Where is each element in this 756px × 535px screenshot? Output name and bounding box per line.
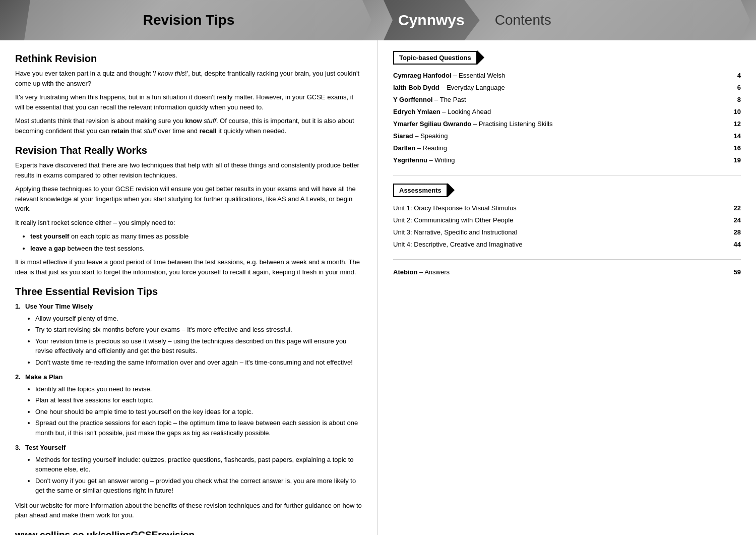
toc-page-2: 6 xyxy=(726,84,741,91)
works-after: It is most effective if you leave a good… xyxy=(15,257,362,277)
toc-title-1: Cymraeg Hanfodol – Essential Welsh xyxy=(393,72,726,79)
sub-bullet: Your revision time is precious so use it… xyxy=(35,336,362,356)
rethink-p3: Most students think that revision is abo… xyxy=(15,116,362,136)
sub-bullet: Plan at least five sessions for each top… xyxy=(35,395,362,405)
three-heading: Three Essential Revision Tips xyxy=(15,286,362,298)
website-text: Visit our website for more information a… xyxy=(15,501,362,520)
right-page: Cynnwys Contents Topic-based Questions C… xyxy=(378,0,756,535)
toc-page-a4: 44 xyxy=(726,241,741,248)
right-header-english-text: Contents xyxy=(480,12,551,28)
toc-row-1: Cymraeg Hanfodol – Essential Welsh 4 xyxy=(393,71,741,80)
toc-page-3: 8 xyxy=(726,96,741,103)
toc-page-a1: 22 xyxy=(726,204,741,212)
works-p1: Experts have discovered that there are t… xyxy=(15,160,362,180)
toc-title-5: Ymarfer Sgiliau Gwrando – Practising Lis… xyxy=(393,120,726,128)
toc-title-2: Iaith Bob Dydd – Everyday Language xyxy=(393,84,726,91)
toc-title-a2: Unit 2: Communicating with Other People xyxy=(393,216,726,224)
toc-page-8: 19 xyxy=(726,156,741,164)
toc-title-4: Edrych Ymlaen – Looking Ahead xyxy=(393,108,726,115)
toc-row-8: Ysgrifennu – Writing 19 xyxy=(393,155,741,165)
toc-title-8: Ysgrifennu – Writing xyxy=(393,156,726,164)
num-heading-3: Test Yourself xyxy=(25,443,362,453)
sub-bullet: Don't worry if you get an answer wrong –… xyxy=(35,476,362,496)
toc-row-answers: Atebion – Answers 59 xyxy=(393,267,741,277)
toc-row-a3: Unit 3: Narrative, Specific and Instruct… xyxy=(393,227,741,237)
toc-title-7: Darllen – Reading xyxy=(393,144,726,152)
toc-title-6: Siarad – Speaking xyxy=(393,132,726,140)
toc-title-3: Y Gorffennol – The Past xyxy=(393,96,726,103)
right-footer: Cynnwys – Contents 3 xyxy=(378,532,756,535)
toc-row-7: Darllen – Reading 16 xyxy=(393,143,741,153)
toc-row-4: Edrych Ymlaen – Looking Ahead 10 xyxy=(393,107,741,116)
works-heading: Revision That Really Works xyxy=(15,145,362,156)
num-heading-1: Use Your Time Wisely xyxy=(25,302,362,312)
toc-page-7: 16 xyxy=(726,144,741,152)
toc-title-a1: Unit 1: Oracy Response to Visual Stimulu… xyxy=(393,204,726,212)
left-page: Revision Tips Rethink Revision Have you … xyxy=(0,0,378,535)
bullet-item: leave a gap between the test sessions. xyxy=(30,244,362,254)
toc-row-6: Siarad – Speaking 14 xyxy=(393,131,741,141)
sub-bullet: Allow yourself plenty of time. xyxy=(35,314,362,324)
left-content: Rethink Revision Have you ever taken par… xyxy=(0,40,377,535)
toc-row-a1: Unit 1: Oracy Response to Visual Stimulu… xyxy=(393,203,741,213)
sub-bullet: Spread out the practice sessions for eac… xyxy=(35,418,362,438)
toc-row-a4: Unit 4: Descriptive, Creative and Imagin… xyxy=(393,240,741,249)
toc-divider-2 xyxy=(393,259,741,260)
toc-section-1-arrow xyxy=(477,50,484,65)
works-p3: It really isn't rocket science either – … xyxy=(15,218,362,228)
num-heading-2: Make a Plan xyxy=(25,372,362,382)
rethink-heading: Rethink Revision xyxy=(15,53,362,65)
works-bullets: test yourself on each topic as many time… xyxy=(30,231,362,253)
toc-row-5: Ymarfer Sgiliau Gwrando – Practising Lis… xyxy=(393,119,741,129)
toc-divider-1 xyxy=(393,175,741,175)
right-header-welsh-box: Cynnwys xyxy=(378,0,480,40)
works-p2: Applying these techniques to your GCSE r… xyxy=(15,184,362,214)
page-container: Revision Tips Rethink Revision Have you … xyxy=(0,0,756,535)
left-header: Revision Tips xyxy=(0,0,377,40)
toc-section-1-label: Topic-based Questions xyxy=(393,51,477,65)
website-url: www.collins.co.uk/collinsGCSErevision xyxy=(15,528,362,536)
toc-row-a2: Unit 2: Communicating with Other People … xyxy=(393,215,741,225)
right-header: Cynnwys Contents xyxy=(378,0,756,40)
toc-page-a3: 28 xyxy=(726,228,741,236)
sub-bullet: Try to start revising six months before … xyxy=(35,325,362,335)
sub-bullets-3: Methods for testing yourself include: qu… xyxy=(35,455,362,496)
numbered-item-1: Use Your Time Wisely Allow yourself plen… xyxy=(15,302,362,367)
sub-bullets-1: Allow yourself plenty of time. Try to st… xyxy=(35,314,362,368)
sub-bullet: Methods for testing yourself include: qu… xyxy=(35,455,362,474)
toc-title-a3: Unit 3: Narrative, Specific and Instruct… xyxy=(393,228,726,236)
toc-section-2: Assessments Unit 1: Oracy Response to Vi… xyxy=(393,183,741,249)
toc-section-1: Topic-based Questions Cymraeg Hanfodol –… xyxy=(393,50,741,165)
toc-page-a2: 24 xyxy=(726,216,741,224)
sub-bullet: One hour should be ample time to test yo… xyxy=(35,407,362,417)
toc-title-answers: Atebion – Answers xyxy=(393,268,726,276)
numbered-item-2: Make a Plan Identify all the topics you … xyxy=(15,372,362,438)
toc-page-5: 12 xyxy=(726,120,741,128)
sub-bullet: Identify all the topics you need to revi… xyxy=(35,384,362,394)
toc-title-a4: Unit 4: Descriptive, Creative and Imagin… xyxy=(393,241,726,248)
toc-section-1-header: Topic-based Questions xyxy=(393,50,741,65)
toc-section-2-header: Assessments xyxy=(393,183,741,197)
toc-row-3: Y Gorffennol – The Past 8 xyxy=(393,95,741,104)
toc-page-answers: 59 xyxy=(726,268,741,276)
toc-page-1: 4 xyxy=(726,72,741,79)
right-content: Topic-based Questions Cymraeg Hanfodol –… xyxy=(378,40,756,289)
toc-section-2-arrow xyxy=(448,183,455,197)
bullet-item: test yourself on each topic as many time… xyxy=(30,231,362,242)
toc-page-6: 14 xyxy=(726,132,741,140)
toc-section-2-label: Assessments xyxy=(393,184,448,197)
rethink-p1: Have you ever taken part in a quiz and t… xyxy=(15,69,362,88)
rethink-p2: It's very frustrating when this happens,… xyxy=(15,92,362,112)
right-header-welsh-text: Cynnwys xyxy=(398,12,465,29)
left-header-title: Revision Tips xyxy=(143,12,235,28)
sub-bullet: Don't waste time re-reading the same inf… xyxy=(35,358,362,368)
toc-row-2: Iaith Bob Dydd – Everyday Language 6 xyxy=(393,83,741,92)
numbered-item-3: Test Yourself Methods for testing yourse… xyxy=(15,443,362,496)
numbered-list: Use Your Time Wisely Allow yourself plen… xyxy=(15,302,362,496)
toc-page-4: 10 xyxy=(726,108,741,115)
sub-bullets-2: Identify all the topics you need to revi… xyxy=(35,384,362,438)
